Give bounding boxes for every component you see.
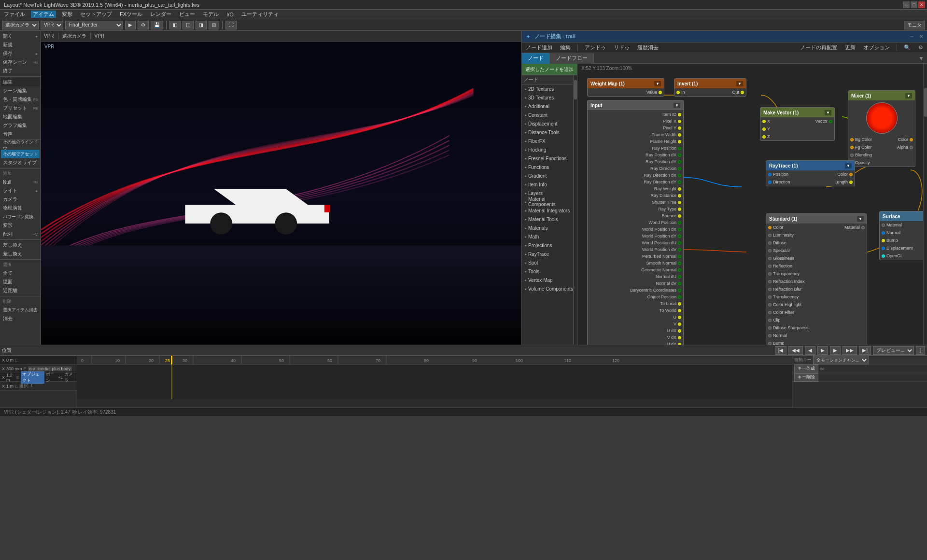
node-panel-collapse-btn[interactable]: ▼ xyxy=(915,55,927,62)
make-vector-header[interactable]: Make Vector (1) ▼ xyxy=(760,108,834,117)
menu-transform[interactable]: 変形 xyxy=(60,11,74,18)
mixer-header[interactable]: Mixer (1) ▼ xyxy=(848,91,915,100)
sidebar-camera[interactable]: カメラ xyxy=(1,195,40,204)
input-header[interactable]: Input ▼ xyxy=(588,100,683,110)
sidebar-save-scene[interactable]: 保存シーン^N xyxy=(1,58,40,67)
sidebar-powergon[interactable]: パワーゴン変換 xyxy=(1,212,40,221)
std-diff-in[interactable] xyxy=(768,241,772,245)
std-trans-in[interactable] xyxy=(768,272,772,276)
node-item-fiberfx[interactable]: ▸FiberFX xyxy=(522,137,577,145)
monitor-btn[interactable]: モニタ xyxy=(904,21,925,29)
sidebar-other-window[interactable]: その他のウインドウ xyxy=(1,141,40,150)
timeline-pause-btn[interactable]: ‖ xyxy=(916,346,925,355)
preview-select[interactable]: プレビュー... xyxy=(873,346,914,355)
sidebar-null[interactable]: Null^N xyxy=(1,178,40,186)
render-select[interactable]: Final_Render xyxy=(65,21,123,29)
raytrace-expand[interactable]: ▼ xyxy=(845,163,852,168)
sidebar-arrange[interactable]: 配列+V xyxy=(1,230,40,238)
vpr-select[interactable]: VPR xyxy=(41,21,63,29)
menu-utility[interactable]: ユーティリティ xyxy=(239,11,281,18)
mixer-color-out-port[interactable] xyxy=(910,138,913,141)
menu-redo[interactable]: リドゥ xyxy=(612,44,632,51)
node-item-flocking[interactable]: ▸Flocking xyxy=(522,145,577,154)
std-lum-in[interactable] xyxy=(768,234,772,237)
playhead[interactable] xyxy=(171,356,172,364)
timeline-btn-start[interactable]: |◀ xyxy=(775,346,787,355)
menu-file[interactable]: ファイル xyxy=(2,11,27,18)
std-colorfil-in[interactable] xyxy=(768,311,772,314)
timeline-btn-prev[interactable]: ◀◀ xyxy=(788,346,803,355)
mixer-blending-port[interactable] xyxy=(850,154,854,157)
sidebar-graph-edit[interactable]: グラフ編集 xyxy=(1,121,40,130)
node-item-gradient[interactable]: ▸Gradient xyxy=(522,171,577,180)
mixer-bgcolor-port[interactable] xyxy=(850,138,854,141)
menu-history-clear[interactable]: 履歴消去 xyxy=(635,44,660,51)
node-item-displacement[interactable]: ▸Displacement xyxy=(522,119,577,128)
std-bump-in[interactable] xyxy=(768,342,772,345)
std-material-out[interactable] xyxy=(861,226,865,229)
mixer-fgcolor-port[interactable] xyxy=(850,146,854,149)
mv-z-port[interactable] xyxy=(762,135,766,139)
node-item-distancetools[interactable]: ▸Distance Tools xyxy=(522,128,577,137)
graph-scrollbar-v[interactable] xyxy=(923,64,927,345)
surf-opengl-in[interactable] xyxy=(882,254,885,258)
timeline-btn-next[interactable]: ▶▶ xyxy=(843,346,857,355)
sidebar-replace1[interactable]: 差し換え xyxy=(1,241,40,250)
sidebar-audio[interactable]: 音声 xyxy=(1,130,40,139)
std-diffsharp-in[interactable] xyxy=(768,326,772,330)
surf-bump-in[interactable] xyxy=(882,239,885,242)
keymode-select[interactable]: 全モーションチャン... xyxy=(813,356,869,364)
key-delete-btn[interactable]: キー削除 xyxy=(794,373,818,382)
maximize-view-btn[interactable]: ⛶ xyxy=(225,21,237,29)
minimize-btn[interactable]: ─ xyxy=(903,1,910,8)
node-item-mattools[interactable]: ▸Material Tools xyxy=(522,215,577,224)
node-item-matintegrators[interactable]: ▸Material Integrators xyxy=(522,206,577,215)
invert-header[interactable]: Invert (1) ▼ xyxy=(674,79,746,88)
node-item-volumecomponents[interactable]: ▸Volume Components xyxy=(522,284,577,293)
render-options-btn[interactable]: ⚙ xyxy=(138,21,149,29)
sidebar-replace2[interactable]: 差し換え xyxy=(1,250,40,258)
node-item-tools[interactable]: ▸Tools xyxy=(522,267,577,276)
node-item-iteminfo[interactable]: ▸Item Info xyxy=(522,180,577,189)
sidebar-scene-edit[interactable]: シーン編集 xyxy=(1,86,40,95)
sidebar-save[interactable]: 保存▸ xyxy=(1,49,40,58)
menu-node-rearrange[interactable]: ノードの再配置 xyxy=(798,44,839,51)
node-item-functions[interactable]: ▸Functions xyxy=(522,163,577,171)
surf-disp-in[interactable] xyxy=(882,247,885,250)
node-item-matcomponents[interactable]: ▸Material Components xyxy=(522,197,577,206)
node-item-projections[interactable]: ▸Projections xyxy=(522,241,577,250)
invert-in-port[interactable] xyxy=(676,91,680,94)
render-btn[interactable]: ▶ xyxy=(125,21,136,29)
timeline-btn-play[interactable]: ▶ xyxy=(817,346,828,355)
menu-options[interactable]: オプション xyxy=(861,44,892,51)
menu-update[interactable]: 更新 xyxy=(843,44,857,51)
node-item-raytrace[interactable]: ▸RayTrace xyxy=(522,250,577,258)
node-item-vertexmap[interactable]: ▸Vertex Map xyxy=(522,276,577,284)
mv-y-port[interactable] xyxy=(762,127,766,131)
node-item-fresnel[interactable]: ▸Fresnel Functions xyxy=(522,154,577,163)
key-create-btn[interactable]: キー作成 xyxy=(794,364,818,373)
menu-render[interactable]: レンダー xyxy=(148,11,173,18)
sidebar-color-edit[interactable]: 色・質感編集F5 xyxy=(1,95,40,104)
sidebar-physics[interactable]: 物理演算 xyxy=(1,204,40,212)
invert-expand[interactable]: ▼ xyxy=(736,81,743,86)
std-refidx-in[interactable] xyxy=(768,280,772,283)
node-item-spot[interactable]: ▸Spot xyxy=(522,258,577,267)
node-settings-icon[interactable]: ⚙ xyxy=(916,44,925,51)
rt-direction-in-port[interactable] xyxy=(768,181,772,184)
menu-undo[interactable]: アンドゥ xyxy=(583,44,608,51)
view-btn1[interactable]: ◧ xyxy=(169,21,181,29)
std-colorhl-in[interactable] xyxy=(768,303,772,307)
std-clip-in[interactable] xyxy=(768,319,772,322)
menu-node-edit[interactable]: 編集 xyxy=(558,44,573,51)
node-item-constant[interactable]: ▸Constant xyxy=(522,111,577,119)
node-close-btn[interactable]: ✕ xyxy=(919,34,923,39)
node-minimize-btn[interactable]: ─ xyxy=(910,34,913,39)
std-normal-in[interactable] xyxy=(768,334,772,337)
item-select-display[interactable]: car_inertia_plus.body xyxy=(28,366,72,371)
rt-position-in-port[interactable] xyxy=(768,173,772,176)
raytrace-header[interactable]: RayTrace (1) ▼ xyxy=(766,161,855,170)
timeline-btn-prevframe[interactable]: ◀ xyxy=(805,346,815,355)
view-btn2[interactable]: ◫ xyxy=(183,21,194,29)
sidebar-asset-place[interactable]: その場でアセット xyxy=(1,150,40,158)
